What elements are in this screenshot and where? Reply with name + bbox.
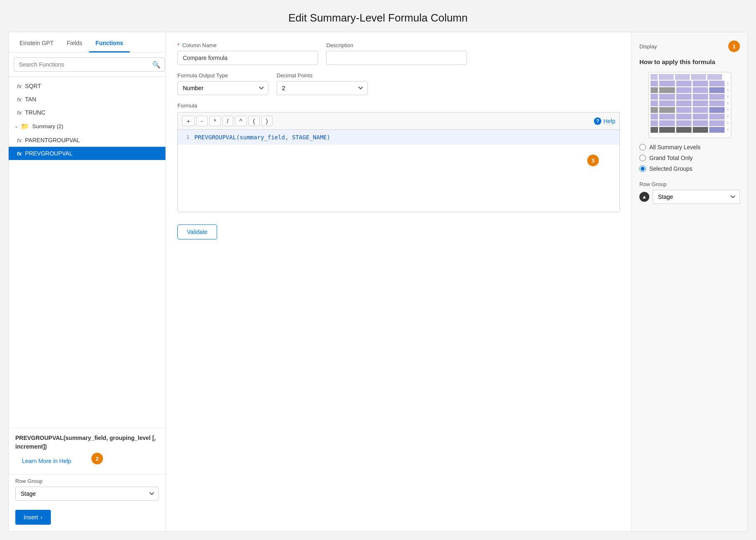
formula-code: PREVGROUPVAL(summary_field, STAGE_NAME) [194, 134, 330, 141]
radio-grand-total-label: Grand Total Only [649, 155, 693, 161]
folder-icon: 📁 [21, 122, 29, 130]
help-label: Help [603, 118, 615, 124]
page-title: Edit Summary-Level Formula Column [0, 0, 756, 32]
radio-all-summary-label: All Summary Levels [649, 144, 701, 151]
toolbar-caret[interactable]: ^ [235, 116, 247, 126]
radio-selected-groups[interactable]: Selected Groups [639, 165, 740, 172]
formula-output-select[interactable]: Number Currency Percent [177, 81, 268, 95]
formula-output-label: Formula Output Type [177, 72, 268, 79]
radio-group: All Summary Levels Grand Total Only Sele… [639, 144, 740, 172]
row-group-label: Row Group [15, 478, 159, 484]
learn-more-link[interactable]: Learn More in Help [15, 456, 159, 469]
radio-selected-groups-input[interactable] [639, 165, 646, 172]
radio-selected-groups-label: Selected Groups [649, 165, 692, 172]
func-item-parentgroupval[interactable]: fx PARENTGROUPVAL [9, 134, 165, 147]
radio-all-summary-input[interactable] [639, 144, 646, 151]
radio-grand-total-input[interactable] [639, 155, 646, 161]
vis-row-3: ↑ [651, 94, 729, 100]
column-name-label: * Column Name [177, 42, 318, 48]
vis-row-5: ↑ [651, 107, 729, 113]
main-content: Einstein GPT Fields Functions 🔍 fx SQRT … [8, 32, 748, 532]
search-input[interactable] [14, 57, 165, 72]
sidebar: Einstein GPT Fields Functions 🔍 fx SQRT … [9, 32, 166, 531]
func-name-sqrt: SQRT [25, 83, 41, 89]
func-item-tan[interactable]: fx TAN [9, 93, 165, 106]
func-fx-icon: fx [17, 137, 22, 143]
formula-label: Formula [177, 103, 620, 109]
display-header: Display 1 [639, 41, 740, 52]
column-name-input[interactable] [177, 51, 318, 65]
row-group-select[interactable]: Stage Type Close Date [15, 487, 159, 501]
display-row-group-row: ▲ Stage Type Close Date [639, 190, 740, 204]
vis-row-2: ↑ [651, 87, 729, 93]
function-list: fx SQRT fx TAN fx TRUNC ⌄ 📁 Summary (2) [9, 77, 165, 428]
toolbar-open-paren[interactable]: ( [249, 116, 260, 126]
toolbar-minus[interactable]: - [196, 116, 208, 126]
display-row-group: Row Group ▲ Stage Type Close Date [639, 181, 740, 204]
insert-btn-label: Insert [24, 514, 38, 521]
tab-fields[interactable]: Fields [60, 32, 89, 52]
description-label: Description [326, 42, 467, 48]
sidebar-tabs: Einstein GPT Fields Functions [9, 32, 165, 53]
func-fx-icon: fx [17, 96, 22, 103]
display-row-group-select[interactable]: Stage Type Close Date [653, 190, 740, 204]
badge-2: 2 [91, 453, 103, 464]
search-bar: 🔍 [9, 53, 165, 77]
page-wrapper: Edit Summary-Level Formula Column Einste… [0, 0, 756, 540]
func-name-parentgroupval: PARENTGROUPVAL [25, 137, 80, 143]
display-panel: Display 1 How to apply this formula [632, 32, 747, 531]
display-subtitle: How to apply this formula [639, 58, 740, 66]
tab-einstein-gpt[interactable]: Einstein GPT [13, 32, 60, 52]
func-name-trunc: TRUNC [25, 109, 45, 116]
badge-1: 1 [728, 41, 740, 52]
vis-row-7: ↑ [651, 120, 729, 126]
func-item-prevgroupval[interactable]: fx PREVGROUPVAL [9, 147, 165, 160]
row-group-section: Row Group Stage Type Close Date [9, 474, 165, 506]
right-area: * Column Name Description Formula Output… [166, 32, 632, 531]
badge-3-container: 3 [587, 155, 599, 166]
form-row-1: * Column Name Description [177, 42, 620, 65]
func-description-text: PREVGROUPVAL(summary_field, grouping_lev… [15, 435, 156, 450]
badge-3: 3 [587, 155, 599, 166]
func-fx-icon-selected: fx [17, 151, 22, 157]
formula-output-group: Formula Output Type Number Currency Perc… [177, 72, 268, 95]
description-group: Description [326, 42, 467, 65]
decimal-points-select[interactable]: 0 1 2 3 [277, 81, 368, 95]
description-input[interactable] [326, 51, 467, 65]
tab-functions[interactable]: Functions [89, 32, 130, 52]
radio-all-summary[interactable]: All Summary Levels [639, 144, 740, 151]
radio-grand-total[interactable]: Grand Total Only [639, 155, 740, 161]
func-item-sqrt[interactable]: fx SQRT [9, 79, 165, 93]
summary-group-header[interactable]: ⌄ 📁 Summary (2) [9, 119, 165, 134]
func-item-trunc[interactable]: fx TRUNC [9, 106, 165, 119]
formula-section: Formula + - * / ^ ( ) ? Help [177, 103, 620, 212]
decimal-points-group: Decimal Points 0 1 2 3 [277, 72, 368, 95]
required-star: * [177, 42, 179, 48]
line-number: 1 [178, 134, 194, 141]
formula-editor[interactable]: 1 PREVGROUPVAL(summary_field, STAGE_NAME… [177, 129, 620, 212]
help-icon: ? [594, 117, 601, 125]
vis-row-8: ↑ [651, 127, 729, 133]
display-title: Display [639, 43, 657, 50]
toolbar-plus[interactable]: + [182, 116, 195, 126]
formula-toolbar: + - * / ^ ( ) ? Help [177, 112, 620, 129]
func-fx-icon: fx [17, 110, 22, 116]
column-name-group: * Column Name [177, 42, 318, 65]
row-group-icon: ▲ [639, 192, 649, 202]
formula-line-1: 1 PREVGROUPVAL(summary_field, STAGE_NAME… [178, 130, 620, 145]
chevron-down-icon: ⌄ [14, 124, 18, 129]
vis-row-1: ↑ [651, 81, 729, 86]
toolbar-multiply[interactable]: * [209, 116, 221, 126]
insert-button[interactable]: Insert › [15, 510, 51, 525]
insert-arrow-icon: › [41, 514, 43, 521]
vis-header-row [651, 74, 729, 80]
toolbar-close-paren[interactable]: ) [261, 116, 273, 126]
validate-button[interactable]: Validate [177, 225, 217, 239]
toolbar-divide[interactable]: / [222, 116, 233, 126]
display-row-group-label: Row Group [639, 181, 740, 187]
func-name-tan: TAN [25, 96, 36, 103]
vis-row-6: ↑ [651, 114, 729, 119]
help-button[interactable]: ? Help [594, 117, 615, 125]
learn-more-section: Learn More in Help 2 [9, 454, 165, 474]
func-description: PREVGROUPVAL(summary_field, grouping_lev… [9, 428, 165, 454]
